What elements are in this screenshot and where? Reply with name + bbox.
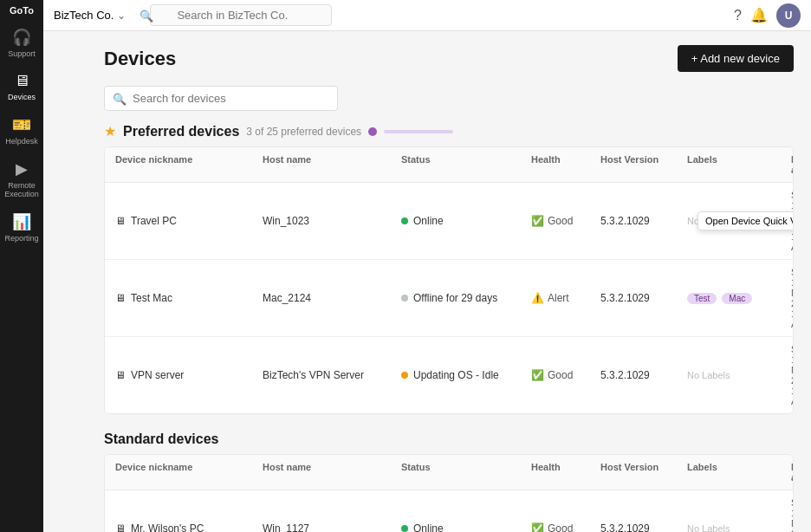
preferred-star-icon: ★ bbox=[104, 123, 116, 139]
cell-status: Offline for 29 days bbox=[401, 292, 531, 304]
standard-section-header: Standard devices bbox=[104, 431, 794, 447]
page-header: Devices + Add new device bbox=[104, 45, 794, 72]
global-search-input[interactable] bbox=[150, 4, 332, 26]
version-value: 5.3.2.1029 bbox=[600, 292, 650, 304]
cell-last-accessed: Sat, 13 Mar 2021 10:58 AM bbox=[791, 497, 794, 532]
standard-devices-table: Device nickname Host name Status Health … bbox=[104, 454, 794, 532]
health-check-icon: ✅ bbox=[531, 369, 544, 381]
preferred-section-header: ★ Preferred devices 3 of 25 preferred de… bbox=[104, 123, 794, 139]
col-accessed: Last accessed bbox=[791, 154, 794, 175]
col-health: Health bbox=[531, 154, 600, 175]
col-health: Health bbox=[531, 462, 600, 483]
tenant-selector[interactable]: BizTech Co. ⌄ bbox=[54, 9, 126, 22]
col-version: Host Version bbox=[600, 154, 687, 175]
sidebar-label-remote: Remote Execution bbox=[3, 181, 40, 198]
hostname-value: Win_1023 bbox=[263, 215, 309, 227]
col-hostname: Host name bbox=[263, 154, 401, 175]
cell-hostname: BizTech's VPN Server bbox=[263, 369, 401, 381]
helpdesk-icon: 🎫 bbox=[12, 115, 31, 134]
remote-icon: ▶ bbox=[16, 159, 28, 178]
health-value: Good bbox=[548, 369, 573, 381]
col-version: Host Version bbox=[600, 462, 687, 483]
sidebar-item-support[interactable]: 🎧 Support bbox=[0, 21, 43, 65]
preferred-progress-bar bbox=[384, 130, 453, 133]
cell-health: ⚠️ Alert bbox=[531, 292, 600, 304]
avatar[interactable]: U bbox=[776, 3, 801, 28]
col-status: Status bbox=[401, 154, 531, 175]
device-pc-icon: 🖥 bbox=[115, 292, 126, 304]
tenant-chevron-icon: ⌄ bbox=[117, 10, 126, 22]
preferred-table-header: Device nickname Host name Status Health … bbox=[105, 147, 793, 183]
cell-last-accessed: Sat, 13 Mar 2021 10:56 AM bbox=[791, 344, 794, 406]
support-icon: 🎧 bbox=[12, 28, 31, 47]
sidebar-item-helpdesk[interactable]: 🎫 Helpdesk bbox=[0, 108, 43, 152]
version-value: 5.3.2.1029 bbox=[600, 522, 650, 532]
topbar-right: ? 🔔 U bbox=[734, 3, 801, 28]
hostname-value: BizTech's VPN Server bbox=[263, 369, 364, 381]
logo-text: GoTo bbox=[10, 5, 34, 16]
standard-table-header: Device nickname Host name Status Health … bbox=[105, 455, 793, 490]
global-search-bar bbox=[150, 4, 332, 26]
status-dot bbox=[401, 525, 408, 532]
cell-labels: Test Mac bbox=[687, 293, 791, 304]
sidebar-item-remote[interactable]: ▶ Remote Execution bbox=[0, 152, 43, 205]
sidebar-label-support: Support bbox=[8, 49, 36, 58]
cell-version: 5.3.2.1029 bbox=[600, 369, 687, 381]
cell-labels: No Labels bbox=[687, 523, 791, 532]
health-value: Good bbox=[548, 522, 573, 532]
status-dot-online bbox=[401, 217, 408, 224]
device-pc-icon: 🖥 bbox=[115, 215, 126, 227]
table-row: 🖥 Travel PC Win_1023 Online ✅ Good 5.3.2… bbox=[105, 183, 793, 260]
add-device-button[interactable]: + Add new device bbox=[678, 45, 794, 72]
global-search-icon: 🔍 bbox=[139, 9, 153, 22]
status-value: Online bbox=[413, 215, 444, 227]
col-nickname: Device nickname bbox=[115, 462, 263, 483]
status-value: Online bbox=[413, 522, 444, 532]
cell-version: 5.3.2.1029 bbox=[600, 292, 687, 304]
sidebar-label-helpdesk: Helpdesk bbox=[5, 137, 38, 146]
device-nickname: Test Mac bbox=[131, 292, 172, 304]
col-hostname: Host name bbox=[263, 462, 401, 483]
health-value: Alert bbox=[548, 292, 569, 304]
cell-health: ✅ Good bbox=[531, 522, 600, 532]
device-pc-icon: 🖥 bbox=[115, 369, 126, 381]
status-dot-updating bbox=[401, 372, 408, 379]
devices-icon: 🖥 bbox=[14, 72, 29, 90]
health-check-icon: ✅ bbox=[531, 215, 544, 227]
cell-hostname: Win_1023 bbox=[263, 215, 401, 227]
sidebar: GoTo 🎧 Support 🖥 Devices 🎫 Helpdesk ▶ Re… bbox=[0, 0, 43, 532]
no-labels: No Labels bbox=[687, 523, 730, 532]
col-nickname: Device nickname bbox=[115, 154, 263, 175]
cell-nickname: 🖥 Travel PC bbox=[115, 215, 263, 227]
sidebar-label-reporting: Reporting bbox=[4, 234, 38, 243]
sidebar-item-devices[interactable]: 🖥 Devices bbox=[0, 65, 43, 108]
notification-button[interactable]: 🔔 bbox=[750, 7, 768, 23]
preferred-devices-table: Device nickname Host name Status Health … bbox=[104, 146, 794, 414]
device-search-icon: 🔍 bbox=[113, 92, 127, 105]
device-search-input[interactable] bbox=[104, 86, 338, 111]
topbar: BizTech Co. ⌄ 🔍 ? 🔔 U bbox=[43, 0, 811, 31]
cell-last-accessed: Sat, 13 Mar 2021 10:58 AM bbox=[791, 267, 794, 329]
status-dot-offline bbox=[401, 295, 408, 302]
col-labels: Labels bbox=[687, 154, 791, 175]
cell-health: ✅ Good bbox=[531, 215, 600, 227]
help-button[interactable]: ? bbox=[734, 8, 742, 23]
last-accessed-value: Sat, 13 Mar 2021 10:58 AM bbox=[791, 267, 794, 329]
cell-nickname: 🖥 Test Mac bbox=[115, 292, 263, 304]
device-nickname: VPN server bbox=[131, 369, 184, 381]
cell-status: Online bbox=[401, 522, 531, 532]
col-accessed: Last accessed bbox=[791, 462, 794, 483]
no-labels-value: No Labels bbox=[687, 370, 730, 380]
device-search-wrapper: 🔍 bbox=[104, 86, 794, 111]
preferred-section-title: Preferred devices bbox=[123, 124, 239, 139]
global-search-wrapper: 🔍 bbox=[133, 4, 332, 26]
cell-hostname: Mac_2124 bbox=[263, 292, 401, 304]
version-value: 5.3.2.1029 bbox=[600, 369, 650, 381]
main-content: Devices + Add new device 🔍 ★ Preferred d… bbox=[87, 31, 811, 532]
cell-status: Online bbox=[401, 215, 531, 227]
tooltip-quick-view: Open Device Quick View bbox=[697, 211, 794, 230]
status-value: Offline for 29 days bbox=[413, 292, 497, 304]
sidebar-label-devices: Devices bbox=[8, 93, 36, 101]
sidebar-item-reporting[interactable]: 📊 Reporting bbox=[0, 205, 43, 250]
hostname-value: Win_1127 bbox=[263, 522, 309, 532]
